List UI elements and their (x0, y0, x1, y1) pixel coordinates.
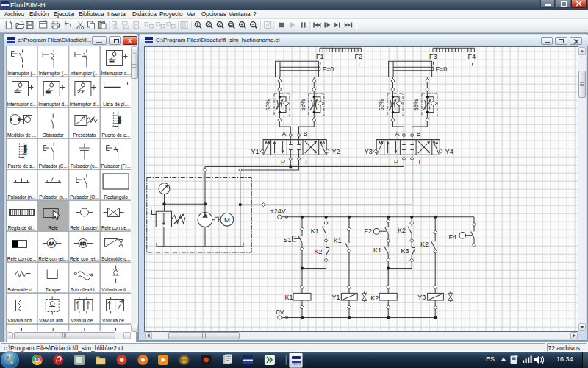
svg-text:Interruptor (...: Interruptor (... (39, 71, 68, 77)
svg-text:Interruptor (...: Interruptor (... (71, 71, 99, 77)
svg-text:Interruptor d...: Interruptor d... (70, 102, 99, 107)
svg-text:Válvula anti...: Válvula anti... (7, 318, 36, 323)
svg-text:Regla de di...: Regla de di... (8, 225, 36, 231)
svg-text:S1: S1 (283, 236, 291, 243)
svg-text:K1: K1 (373, 247, 381, 254)
svg-text:Relé con ret...: Relé con ret... (38, 256, 68, 261)
svg-text:F2: F2 (364, 227, 372, 235)
svg-text:0V: 0V (276, 308, 284, 316)
svg-text:K1: K1 (334, 237, 342, 244)
svg-text:A: A (282, 130, 287, 137)
svg-text:Relé con ret...: Relé con ret... (70, 256, 99, 261)
svg-text:K2: K2 (370, 294, 379, 301)
svg-text:B: B (304, 130, 308, 137)
svg-text:Válvula anti...: Válvula anti... (101, 287, 130, 292)
svg-text:Puerto de e...: Puerto de e... (101, 132, 130, 138)
svg-text:K3: K3 (401, 247, 409, 254)
svg-text:F1: F1 (316, 53, 324, 60)
svg-text:55%: 55% (300, 99, 306, 110)
svg-text:Pulsador (n...: Pulsador (n... (7, 194, 35, 200)
svg-text:K2: K2 (420, 240, 429, 247)
svg-text:Y4: Y4 (445, 147, 453, 155)
svg-text:Interruptor (...: Interruptor (... (7, 71, 36, 77)
svg-text:Y3: Y3 (365, 147, 373, 155)
svg-text:55%: 55% (265, 99, 272, 110)
svg-text:M: M (224, 215, 230, 223)
svg-text:+24V: +24V (270, 208, 286, 215)
svg-text:Output: Output (24, 144, 27, 155)
svg-text:SA: SA (49, 241, 54, 246)
svg-text:Válvula de ...: Válvula de ... (102, 318, 129, 323)
svg-text:B: B (417, 130, 421, 137)
svg-text:P: P (394, 158, 398, 166)
svg-text:Solenoide d...: Solenoide d... (7, 287, 36, 292)
svg-text:Válvula anti...: Válvula anti... (39, 318, 68, 323)
svg-text:Presóstato: Presóstato (74, 132, 96, 138)
svg-text:Pulsador (C...: Pulsador (C... (39, 163, 68, 169)
svg-text:Y1: Y1 (251, 147, 259, 155)
svg-text:Interruptor d...: Interruptor d... (7, 102, 36, 107)
svg-text:F2: F2 (355, 53, 363, 60)
svg-text:Relé: Relé (49, 225, 59, 230)
svg-text:Pulsador (n...: Pulsador (n... (39, 194, 67, 200)
svg-text:Y3: Y3 (417, 294, 426, 301)
svg-text:K1: K1 (311, 227, 319, 235)
svg-text:Tubo flexibl...: Tubo flexibl... (71, 287, 98, 292)
svg-text:55%: 55% (413, 99, 420, 110)
svg-text:Relé con de...: Relé con de... (7, 256, 37, 261)
svg-text:F4: F4 (448, 233, 456, 241)
svg-text:Rectángulo: Rectángulo (104, 194, 128, 200)
svg-text:F4: F4 (468, 53, 476, 60)
svg-text:Válvula de ...: Válvula de ... (71, 318, 98, 323)
svg-text:P: P (281, 158, 285, 166)
svg-text:F=0: F=0 (436, 65, 448, 72)
svg-text:Obturador: Obturador (43, 132, 65, 138)
svg-text:Interruptor d...: Interruptor d... (38, 102, 68, 107)
svg-text:Pulsador (Fr...: Pulsador (Fr... (101, 163, 131, 169)
svg-text:F=0: F=0 (323, 65, 334, 72)
svg-text:K2: K2 (398, 227, 406, 234)
svg-text:55%: 55% (379, 99, 386, 110)
svg-text:Tanque: Tanque (46, 287, 61, 293)
svg-text:SR: SR (80, 241, 87, 246)
svg-text:Medidor de ...: Medidor de ... (7, 132, 36, 138)
svg-text:Interruptor d...: Interruptor d... (101, 71, 131, 77)
svg-text:Solenoide d...: Solenoide d... (101, 256, 130, 261)
svg-text:Pulsador (O...: Pulsador (O... (70, 194, 99, 200)
svg-text:Y2: Y2 (332, 147, 340, 155)
svg-text:Input: Input (118, 116, 121, 124)
svg-text:Relé con de...: Relé con de... (101, 225, 131, 230)
svg-text:K1: K1 (285, 294, 293, 301)
svg-text:A: A (395, 130, 400, 137)
svg-text:Y1: Y1 (332, 294, 340, 301)
svg-text:T: T (417, 158, 422, 166)
svg-text:Puerto de s...: Puerto de s... (7, 163, 35, 169)
svg-text:K2: K2 (315, 248, 323, 255)
svg-text:Lista de pi...: Lista de pi... (103, 102, 129, 107)
svg-text:Relé (Ladder): Relé (Ladder) (70, 225, 98, 231)
svg-text:F3: F3 (429, 53, 437, 60)
svg-text:Pulsador (o...: Pulsador (o... (71, 163, 98, 169)
svg-text:T: T (304, 158, 309, 166)
